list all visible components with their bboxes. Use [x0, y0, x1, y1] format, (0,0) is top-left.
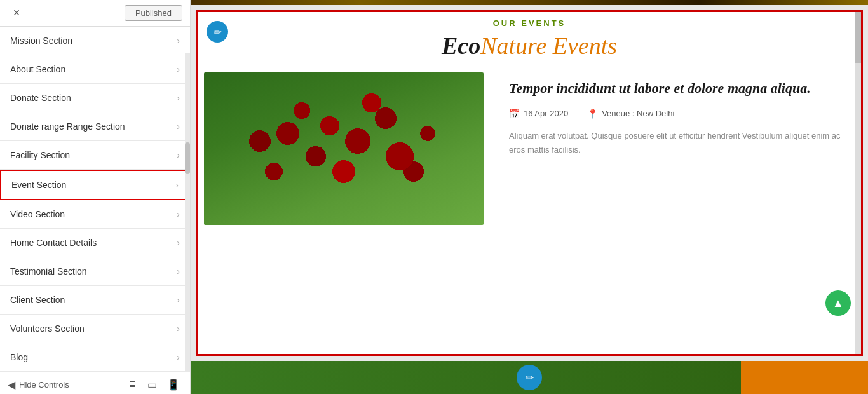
tablet-icon: ▭ — [147, 379, 157, 390]
right-scrollbar — [855, 12, 861, 354]
event-venue: 📍 Veneue : New Delhi — [587, 109, 674, 119]
event-title-nature: Nature Events — [480, 32, 617, 59]
chevron-right-icon: › — [177, 209, 180, 219]
sidebar-item-label: Facility Section — [10, 150, 70, 160]
chevron-right-icon: › — [177, 93, 180, 103]
chevron-right-icon: › — [177, 323, 180, 334]
location-pin-icon: 📍 — [587, 109, 598, 119]
sidebar-item-label: Mission Section — [10, 36, 72, 46]
event-meta: 📅 16 Apr 2020 📍 Veneue : New Delhi — [509, 109, 855, 119]
arrow-left-icon: ◀ — [8, 379, 15, 391]
chevron-right-icon: › — [177, 295, 180, 305]
sidebar-item-label: Blog — [10, 352, 28, 362]
sidebar-item-donate[interactable]: Donate Section › — [0, 84, 190, 112]
chevron-right-icon: › — [177, 150, 180, 160]
published-button[interactable]: Published — [125, 5, 182, 21]
event-card-title: Tempor incididunt ut labore et dolore ma… — [509, 79, 855, 98]
desktop-view-button[interactable]: 🖥 — [125, 377, 140, 392]
pencil-icon: ✏ — [214, 26, 222, 38]
sidebar-footer: ◀ Hide Controls 🖥 ▭ 📱 — [0, 372, 190, 394]
sidebar-item-label: Client Section — [10, 295, 65, 305]
edit-button[interactable]: ✏ — [207, 21, 228, 43]
hide-controls-label: Hide Controls — [19, 380, 69, 390]
our-events-subtitle: OUR EVENTS — [198, 18, 861, 28]
event-date-text: 16 Apr 2020 — [524, 109, 568, 118]
sidebar-item-label: Video Section — [10, 209, 65, 219]
sidebar-item-label: About Section — [10, 64, 65, 74]
event-body: Tempor incididunt ut labore et dolore ma… — [198, 72, 861, 225]
sidebar-item-home-contact[interactable]: Home Contact Details › — [0, 229, 190, 257]
chevron-right-icon: › — [177, 352, 180, 362]
hide-controls-button[interactable]: ◀ Hide Controls — [8, 379, 69, 391]
chevron-right-icon: › — [175, 180, 179, 190]
bottom-strip-orange — [741, 361, 868, 394]
sidebar-item-label: Volunteers Section — [10, 323, 85, 334]
tablet-view-button[interactable]: ▭ — [145, 377, 159, 392]
sidebar-item-donate-range[interactable]: Donate range Range Section › — [0, 112, 190, 141]
chevron-right-icon: › — [177, 121, 180, 132]
sidebar-item-label: Event Section — [11, 180, 66, 190]
event-title-eco: Eco — [442, 32, 480, 59]
bottom-edit-button[interactable]: ✏ — [517, 365, 542, 390]
sidebar-item-client[interactable]: Client Section › — [0, 286, 190, 315]
view-icons: 🖥 ▭ 📱 — [125, 377, 182, 392]
pencil-icon: ✏ — [526, 372, 534, 384]
chevron-right-icon: › — [177, 266, 180, 276]
event-header: OUR EVENTS EcoNature Events — [198, 12, 861, 60]
sidebar-item-mission[interactable]: Mission Section › — [0, 27, 190, 55]
calendar-icon: 📅 — [509, 109, 520, 119]
bottom-strip: ✏ — [191, 361, 868, 394]
sidebar-header: × Published — [0, 0, 190, 27]
event-image-background — [204, 72, 484, 225]
chevron-right-icon: › — [177, 36, 180, 46]
sidebar-list: Mission Section › About Section › Donate… — [0, 27, 190, 372]
sidebar-item-label: Testimonial Section — [10, 266, 87, 276]
event-venue-text: Veneue : New Delhi — [602, 109, 674, 118]
sidebar-item-testimonial[interactable]: Testimonial Section › — [0, 257, 190, 286]
event-image — [204, 72, 484, 225]
sidebar-item-blog[interactable]: Blog › — [0, 343, 190, 372]
sidebar-item-label: Donate range Range Section — [10, 121, 125, 132]
mobile-view-button[interactable]: 📱 — [165, 377, 182, 392]
top-strip — [191, 0, 868, 5]
event-date: 📅 16 Apr 2020 — [509, 109, 568, 119]
chevron-right-icon: › — [177, 64, 180, 74]
sidebar-item-about[interactable]: About Section › — [0, 55, 190, 84]
event-title: EcoNature Events — [198, 32, 861, 60]
sidebar-item-facility[interactable]: Facility Section › — [0, 141, 190, 170]
event-body-text: Aliquam erat volutpat. Quisque posuere e… — [509, 129, 855, 157]
close-button[interactable]: × — [8, 4, 25, 22]
sidebar-item-label: Home Contact Details — [10, 238, 97, 248]
mobile-icon: 📱 — [167, 379, 180, 390]
sidebar-list-container: Mission Section › About Section › Donate… — [0, 27, 190, 372]
sidebar-item-volunteers[interactable]: Volunteers Section › — [0, 315, 190, 343]
chevron-up-icon: ▲ — [832, 297, 844, 310]
preview-area: ✏ OUR EVENTS EcoNature Events Tempor inc… — [196, 10, 863, 356]
sidebar-item-video[interactable]: Video Section › — [0, 200, 190, 229]
desktop-icon: 🖥 — [127, 379, 137, 390]
event-details: Tempor incididunt ut labore et dolore ma… — [509, 72, 855, 157]
scrollbar-thumb[interactable] — [855, 12, 861, 63]
chevron-right-icon: › — [177, 238, 180, 248]
scroll-up-button[interactable]: ▲ — [825, 290, 851, 316]
main-content: ✏ OUR EVENTS EcoNature Events Tempor inc… — [191, 0, 868, 394]
sidebar-item-label: Donate Section — [10, 93, 71, 103]
close-icon: × — [13, 6, 20, 20]
sidebar-item-event[interactable]: Event Section › — [0, 170, 190, 200]
sidebar: × Published Mission Section › About Sect… — [0, 0, 191, 394]
